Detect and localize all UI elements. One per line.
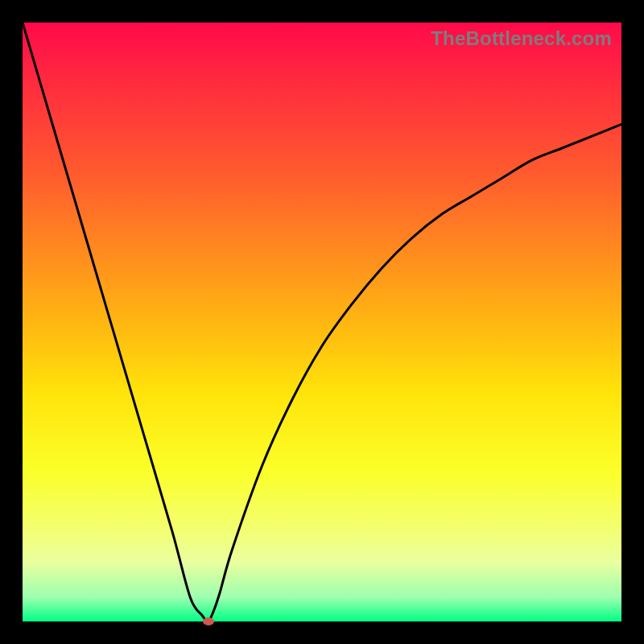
curve-svg: [23, 23, 621, 621]
curve-path: [23, 23, 621, 621]
min-marker: [203, 617, 214, 625]
chart-frame: TheBottleneck.com: [0, 0, 644, 644]
plot-area: TheBottleneck.com: [23, 23, 621, 621]
